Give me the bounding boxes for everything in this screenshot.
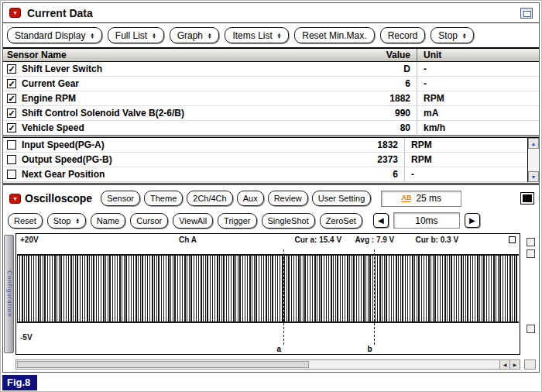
table-row: Current Gear 6 - <box>3 77 539 91</box>
graph-label: Graph <box>177 30 203 41</box>
full-list-dropdown[interactable]: Full List <box>108 27 164 43</box>
current-data-toolbar: Standard Display Full List Graph Items L… <box>3 23 539 47</box>
sensor-unit: RPM <box>417 91 539 105</box>
oscilloscope-titlebar: Oscilloscope Sensor Theme 2Ch/4Ch Aux Re… <box>3 185 539 209</box>
cursor-a-line[interactable] <box>283 249 284 345</box>
sensor-name: Shift Control Solenoid Valve B(2-6/B) <box>22 108 184 119</box>
sensor-name: Shift Lever Switch <box>22 64 102 74</box>
review-button[interactable]: Review <box>268 191 308 206</box>
scroll-down-icon[interactable] <box>528 171 539 182</box>
dropdown-arrows-icon <box>152 33 156 39</box>
items-list-dropdown[interactable]: Items List <box>225 27 289 43</box>
items-list-label: Items List <box>232 30 272 41</box>
name-button[interactable]: Name <box>91 213 125 229</box>
sensor-unit: km/h <box>417 121 539 135</box>
scope-stop-dropdown[interactable]: Stop <box>47 213 86 229</box>
row-checkbox[interactable] <box>7 155 16 164</box>
scroll-left-icon[interactable] <box>499 360 509 369</box>
diagnostic-app-frame: Current Data Standard Display Full List … <box>2 2 540 373</box>
cursor-a-readout: Cur a: 15.4 V <box>293 236 344 244</box>
sensor-value: D <box>348 64 417 74</box>
sensor-label: Sensor <box>107 194 134 203</box>
sample-rate-display: AB 25 ms <box>381 191 461 207</box>
channel-mode-button[interactable]: 2Ch/4Ch <box>187 191 232 206</box>
oscilloscope-toolbar: Reset Stop Name Cursor ViewAll Trigger S… <box>3 209 539 232</box>
reset-minmax-button[interactable]: Reset Min.Max. <box>294 27 374 43</box>
theme-button[interactable]: Theme <box>144 191 183 206</box>
scope-side-button[interactable] <box>527 238 535 246</box>
scroll-up-icon[interactable] <box>528 138 539 149</box>
header-unit: Unit <box>417 49 539 61</box>
horizontal-scrollbar[interactable] <box>15 359 520 370</box>
zeroset-label: ZeroSet <box>326 216 356 225</box>
row-checkbox[interactable] <box>7 108 16 118</box>
cursor-b-label: b <box>366 345 374 353</box>
sensor-value: 2373 <box>336 154 404 165</box>
scrollbar-thumb[interactable] <box>17 361 309 368</box>
table-row: Next Gear Position 6 - <box>3 167 527 182</box>
row-checkbox[interactable] <box>7 170 16 179</box>
row-checkbox[interactable] <box>7 94 16 103</box>
zeroset-button[interactable]: ZeroSet <box>320 213 362 229</box>
review-label: Review <box>274 194 302 203</box>
header-sensor-name: Sensor Name <box>3 50 348 60</box>
sensor-unit: - <box>404 167 527 181</box>
collapse-panel-icon[interactable] <box>9 194 21 204</box>
singleshot-label: SingleShot <box>268 216 309 225</box>
average-readout: Avg : 7.9 V <box>354 236 396 244</box>
viewall-button[interactable]: ViewAll <box>173 213 213 229</box>
sensor-unit: mA <box>417 106 539 120</box>
oscilloscope-panel: Oscilloscope Sensor Theme 2Ch/4Ch Aux Re… <box>3 185 539 371</box>
row-checkbox[interactable] <box>7 64 16 74</box>
standard-display-dropdown[interactable]: Standard Display <box>7 27 102 43</box>
sensor-unit: - <box>417 62 539 76</box>
resize-grip[interactable] <box>524 359 536 370</box>
sensor-unit: RPM <box>404 138 527 152</box>
scope-side-button[interactable] <box>527 325 535 333</box>
row-checkbox[interactable] <box>7 123 16 132</box>
trigger-button[interactable]: Trigger <box>218 213 256 229</box>
timebase-display: 10ms <box>393 212 460 229</box>
window-restore-button[interactable] <box>520 8 533 19</box>
scope-side-button[interactable] <box>527 249 535 258</box>
row-checkbox[interactable] <box>7 140 16 150</box>
graph-dropdown[interactable]: Graph <box>170 27 220 43</box>
sensor-name: Vehicle Speed <box>22 122 84 133</box>
record-button[interactable]: Record <box>380 27 426 43</box>
configuration-tab[interactable]: Configuration <box>4 235 14 353</box>
aux-label: Aux <box>243 194 258 203</box>
scroll-right-icon[interactable] <box>509 360 520 369</box>
sensor-value: 6 <box>348 78 417 89</box>
cursor-button[interactable]: Cursor <box>130 213 168 229</box>
user-setting-button[interactable]: User Setting <box>312 191 372 206</box>
current-data-titlebar: Current Data <box>3 3 539 23</box>
standard-display-label: Standard Display <box>15 30 85 41</box>
row-checkbox[interactable] <box>7 79 16 88</box>
timebase-next-icon[interactable] <box>465 213 480 228</box>
collapse-panel-icon[interactable] <box>9 8 21 18</box>
current-data-panel: Current Data Standard Display Full List … <box>3 3 539 185</box>
vertical-scrollbar[interactable] <box>527 138 539 182</box>
reset-button[interactable]: Reset <box>8 213 43 229</box>
singleshot-button[interactable]: SingleShot <box>262 213 315 229</box>
sensor-value: 80 <box>348 122 417 133</box>
dropdown-arrows-icon <box>208 33 211 39</box>
user-setting-label: User Setting <box>318 194 365 203</box>
trigger-label: Trigger <box>224 216 250 225</box>
viewall-label: ViewAll <box>179 216 207 225</box>
voltage-min-label: -5V <box>19 333 34 342</box>
cursor-b-line[interactable] <box>374 249 375 345</box>
oscilloscope-title: Oscilloscope <box>25 192 92 205</box>
sensor-button[interactable]: Sensor <box>101 191 140 206</box>
stop-label: Stop <box>438 30 458 41</box>
stop-dropdown[interactable]: Stop <box>431 27 474 43</box>
channel-checkbox[interactable] <box>509 236 516 243</box>
timebase-prev-icon[interactable] <box>373 213 389 228</box>
table-header: Sensor Name Value Unit <box>3 47 539 62</box>
table-row: Engine RPM 1882 RPM <box>3 91 539 106</box>
record-stop-icon[interactable] <box>520 192 534 205</box>
sensor-unit: RPM <box>404 153 527 167</box>
sensor-name: Engine RPM <box>22 93 76 104</box>
aux-button[interactable]: Aux <box>237 191 264 206</box>
sensor-unit: - <box>417 77 539 91</box>
